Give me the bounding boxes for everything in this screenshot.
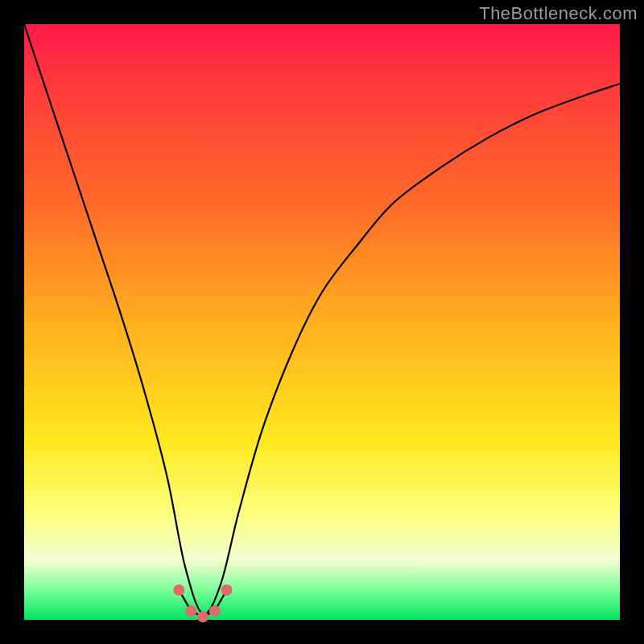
valley-marker-dot [221, 584, 233, 596]
valley-highlight-dots [173, 584, 232, 622]
valley-marker-dot [197, 611, 208, 622]
watermark-text: TheBottleneck.com [479, 3, 638, 24]
plot-area [24, 24, 620, 620]
chart-frame: TheBottleneck.com [0, 0, 644, 644]
valley-marker-dot [173, 584, 184, 596]
valley-marker-dot [185, 605, 196, 617]
valley-marker-dot [209, 605, 221, 617]
bottleneck-curve-svg [24, 24, 620, 620]
bottleneck-curve [24, 24, 620, 614]
